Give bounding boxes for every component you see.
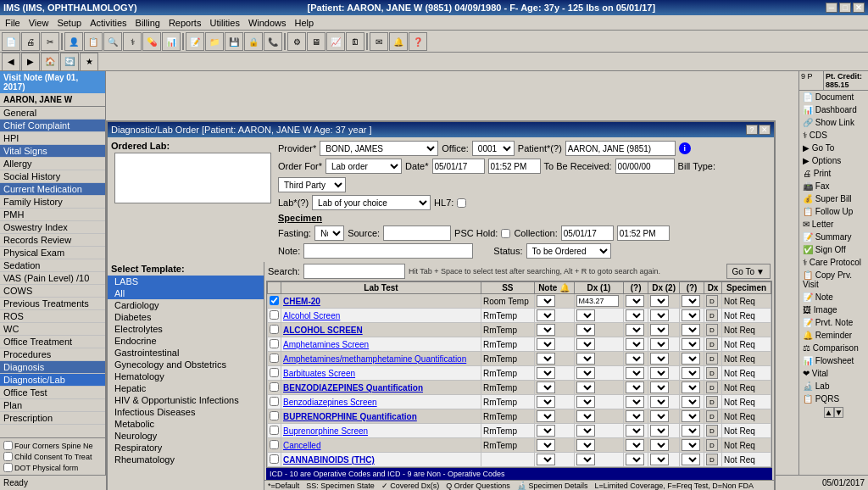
menu-utilities[interactable]: Utilities	[206, 17, 242, 29]
sidebar-item-vital-signs[interactable]: Vital Signs	[0, 145, 105, 158]
lab-select[interactable]: Lab of your choice	[312, 195, 431, 210]
tb-btn-21[interactable]: ❓	[409, 32, 427, 51]
dx2q-barbit[interactable]	[682, 367, 700, 379]
dx1-amphet-quant[interactable]	[576, 353, 595, 365]
order-for-select[interactable]: Lab order	[326, 159, 402, 174]
dx1q-canna[interactable]	[626, 454, 644, 465]
sidebar-item-ros[interactable]: ROS	[0, 310, 105, 323]
template-hepatic[interactable]: Hepatic	[108, 382, 264, 394]
right-menu-print[interactable]: 🖨 Print	[799, 167, 868, 180]
dx2q-cancelled[interactable]	[682, 439, 700, 451]
note-field[interactable]	[303, 243, 473, 259]
right-menu-vital[interactable]: ❤ Vital	[799, 367, 868, 380]
dx2-barbit[interactable]	[650, 367, 669, 379]
sidebar-item-physical-exam[interactable]: Physical Exam	[0, 247, 105, 259]
right-menu-show-link[interactable]: 🔗 Show Link	[799, 116, 868, 129]
tb-btn-17[interactable]: 📈	[326, 32, 345, 51]
sidebar-item-vas[interactable]: VAS (Pain Level) /10	[0, 272, 105, 285]
dx-btn-amphet-quant[interactable]: D	[706, 353, 718, 365]
sidebar-item-pmh[interactable]: PMH	[0, 209, 105, 221]
tb-btn-19[interactable]: ✉	[370, 32, 388, 51]
row-check-alcohol-screen2[interactable]	[270, 325, 279, 334]
dx1-alcohol[interactable]	[576, 309, 595, 321]
time-field[interactable]	[488, 159, 541, 174]
scroll-down-btn[interactable]: ▼	[834, 407, 844, 418]
provider-select[interactable]: BOND, JAMES	[320, 141, 438, 156]
right-menu-dashboard[interactable]: 📊 Dashboard	[799, 103, 868, 116]
right-menu-cds[interactable]: ⚕ CDS	[799, 129, 868, 142]
dx1q-barbit[interactable]	[626, 367, 644, 379]
template-labs[interactable]: LABS	[108, 276, 264, 287]
sidebar-item-diagnosis[interactable]: Diagnosis	[0, 361, 105, 374]
tb-btn-20[interactable]: 🔔	[389, 32, 408, 51]
dialog-help-btn[interactable]: ?	[746, 125, 758, 135]
template-endocrine[interactable]: Endocrine	[108, 335, 264, 347]
note-select-canna[interactable]	[537, 454, 555, 465]
minimize-btn[interactable]: ─	[826, 3, 837, 13]
right-menu-super-bill[interactable]: 💰 Super Bill	[799, 192, 868, 205]
row-check-benzo-screen[interactable]	[270, 397, 279, 406]
dx1q-amphet[interactable]	[626, 338, 644, 350]
dx2q-amphet-quant[interactable]	[682, 353, 700, 365]
restore-btn[interactable]: □	[839, 3, 851, 13]
right-menu-options[interactable]: ▶ Options	[799, 154, 868, 167]
dx2-alcohol[interactable]	[650, 309, 669, 321]
close-btn[interactable]: ✕	[853, 3, 865, 13]
check-child-consent[interactable]: Child Consent To Treat	[2, 451, 103, 462]
note-select-alcohol[interactable]	[537, 309, 555, 321]
dx1-chem20[interactable]	[576, 295, 619, 307]
sidebar-item-office-treatment[interactable]: Office Treatment	[0, 336, 105, 348]
dx2q-benzo-screen[interactable]	[682, 396, 700, 408]
tb-btn-8[interactable]: 💊	[142, 32, 161, 51]
info-icon[interactable]: i	[679, 142, 691, 154]
sidebar-item-current-medication[interactable]: Current Medication	[0, 183, 105, 196]
hl7-checkbox[interactable]	[457, 198, 466, 208]
lab-name-bupren[interactable]: BUPRENORPHINE Quantification	[283, 412, 417, 421]
office-select[interactable]: 0001	[472, 141, 515, 156]
tb2-btn-2[interactable]: ▶	[21, 53, 40, 71]
dx2q-bupren-screen[interactable]	[682, 425, 700, 437]
row-check-amphet[interactable]	[270, 339, 279, 348]
tb-btn-2[interactable]: 🖨	[21, 32, 40, 51]
dx1-benzo[interactable]	[576, 381, 595, 393]
dx1q-bupren-screen[interactable]	[626, 425, 644, 437]
tb-btn-16[interactable]: 🖥	[307, 32, 326, 51]
dx1q-chem20[interactable]	[626, 295, 644, 307]
to-be-received-field[interactable]	[615, 159, 675, 174]
right-menu-comparison[interactable]: ⚖ Comparison	[799, 342, 868, 354]
collection-date-field[interactable]	[561, 226, 614, 241]
note-select-benzo-screen[interactable]	[537, 396, 555, 408]
dx-btn-benzo-screen[interactable]: D	[706, 396, 718, 408]
dx2q-amphet[interactable]	[682, 338, 700, 350]
template-cardiology[interactable]: Cardiology	[108, 299, 264, 311]
right-menu-prvt-note[interactable]: 📝 Prvt. Note	[799, 316, 868, 329]
dx-btn-canna[interactable]: D	[706, 454, 718, 465]
sidebar-item-procedures[interactable]: Procedures	[0, 348, 105, 361]
lab-name-bupren-screen[interactable]: Buprenorphine Screen	[283, 426, 368, 436]
psc-hold-checkbox[interactable]	[501, 229, 510, 238]
lab-name-amphet-quant[interactable]: Amphetamines/methamphetamine Quantificat…	[283, 354, 466, 364]
sidebar-item-chief-complaint[interactable]: Chief Complaint	[0, 120, 105, 132]
dx2-benzo-screen[interactable]	[650, 396, 669, 408]
note-select-benzo[interactable]	[537, 381, 555, 393]
sidebar-item-oswestry[interactable]: Oswestry Index	[0, 221, 105, 234]
right-menu-lab[interactable]: 🔬 Lab	[799, 380, 868, 393]
lab-name-benzo[interactable]: BENZODIAZEPINES Quantification	[283, 383, 423, 393]
note-select-alcohol2[interactable]	[537, 324, 555, 336]
template-respiratory[interactable]: Respiratory	[108, 442, 264, 454]
right-menu-image[interactable]: 🖼 Image	[799, 303, 868, 316]
dx2q-chem20[interactable]	[682, 295, 700, 307]
sidebar-item-plan[interactable]: Plan	[0, 399, 105, 412]
sidebar-item-general[interactable]: General	[0, 107, 105, 120]
dx1q-alcohol[interactable]	[626, 309, 644, 321]
dx2-bupren-screen[interactable]	[650, 425, 669, 437]
tb-btn-1[interactable]: 📄	[2, 32, 20, 51]
template-electrolytes[interactable]: Electrolytes	[108, 323, 264, 335]
template-hiv[interactable]: HIV & Opportunistic Infections	[108, 394, 264, 406]
dx-btn-cancelled[interactable]: D	[706, 439, 718, 451]
tb2-btn-5[interactable]: ★	[80, 53, 98, 71]
lab-name-alcohol-screen[interactable]: Alcohol Screen	[283, 311, 340, 320]
dx1-amphet[interactable]	[576, 338, 595, 350]
tb-btn-7[interactable]: ⚕	[123, 32, 142, 51]
row-check-benzo[interactable]	[270, 382, 279, 392]
